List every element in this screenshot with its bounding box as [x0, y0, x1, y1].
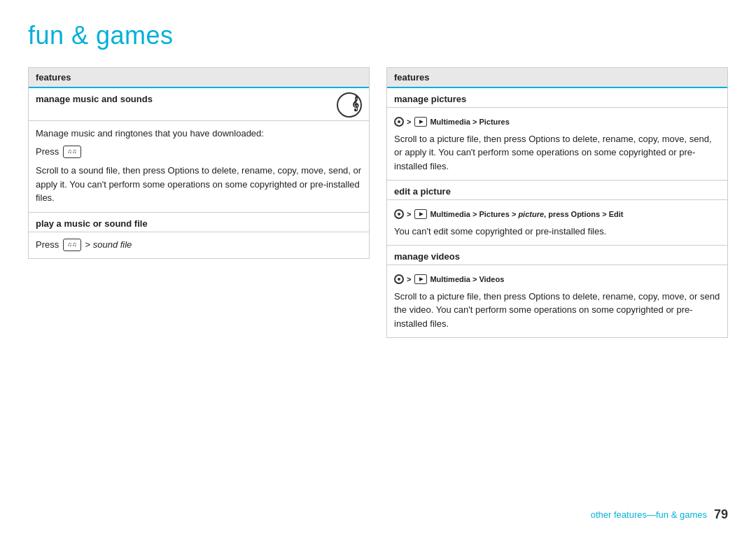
- music-button-icon: ♫♫: [63, 146, 81, 158]
- left-features-header: features: [29, 68, 369, 88]
- manage-pictures-nav: > Multimedia > Pictures: [394, 116, 720, 128]
- music-icon: [337, 92, 362, 118]
- manage-videos-body: > Multimedia > Videos Scroll to a pictur…: [387, 265, 727, 337]
- nav-dot-icon: [394, 117, 404, 127]
- edit-picture-text: You can't edit some copyrighted or pre-i…: [394, 225, 720, 239]
- edit-picture-body: > Multimedia > Pictures > picture, press…: [387, 200, 727, 246]
- right-features-header: features: [387, 68, 727, 88]
- nav-multimedia3: Multimedia > Videos: [430, 274, 504, 285]
- main-content: features manage music and sounds Manage …: [28, 67, 728, 500]
- play-after-text: > sound file: [85, 239, 132, 250]
- play-music-text: Press ♫♫ > sound file: [36, 238, 362, 252]
- page-number: 79: [714, 507, 728, 522]
- footer-link: other features—fun & games: [591, 509, 707, 520]
- manage-videos-nav: > Multimedia > Videos: [394, 274, 720, 285]
- manage-pictures-body: > Multimedia > Pictures Scroll to a pict…: [387, 108, 727, 181]
- manage-pictures-text: Scroll to a picture file, then press Opt…: [394, 132, 720, 174]
- right-features-table: features manage pictures > Multimedia > …: [386, 67, 728, 338]
- manage-videos-header: manage videos: [387, 246, 727, 265]
- edit-picture-nav: > Multimedia > Pictures > picture, press…: [394, 209, 720, 220]
- play-music-header: play a music or sound file: [29, 213, 369, 232]
- manage-pictures-header: manage pictures: [387, 88, 727, 108]
- nav-arrow3: >: [407, 274, 411, 285]
- nav-arrow1: >: [407, 116, 411, 128]
- manage-music-header-row: manage music and sounds: [29, 88, 369, 121]
- nav-dot-icon2: [394, 209, 404, 219]
- manage-music-body: Manage music and ringtones that you have…: [29, 121, 369, 213]
- page-footer: other features—fun & games 79: [28, 500, 728, 522]
- multimedia-icon3: [414, 274, 427, 284]
- manage-videos-text: Scroll to a picture file, then press Opt…: [394, 290, 720, 331]
- nav-multimedia2: Multimedia > Pictures > picture, press O…: [430, 209, 623, 220]
- play-music-body: Press ♫♫ > sound file: [29, 232, 369, 259]
- edit-picture-header: edit a picture: [387, 181, 727, 200]
- nav-arrow2: >: [407, 209, 411, 220]
- left-features-table: features manage music and sounds Manage …: [28, 67, 370, 259]
- multimedia-icon2: [414, 209, 427, 219]
- nav-dot-icon3: [394, 274, 404, 284]
- left-column: features manage music and sounds Manage …: [28, 67, 370, 500]
- nav-multimedia1: Multimedia > Pictures: [430, 116, 509, 128]
- manage-music-title: manage music and sounds: [36, 94, 153, 104]
- right-column: features manage pictures > Multimedia > …: [386, 67, 728, 500]
- press-text: Press: [36, 239, 59, 250]
- press-label: Press ♫♫: [36, 145, 362, 159]
- manage-music-text2: Scroll to a sound file, then press Optio…: [36, 164, 362, 205]
- page-title: fun & games: [28, 21, 728, 50]
- music-button-icon2: ♫♫: [63, 239, 81, 251]
- multimedia-icon1: [414, 117, 427, 127]
- page: fun & games features manage music and so…: [0, 0, 756, 536]
- manage-music-text1: Manage music and ringtones that you have…: [36, 127, 362, 141]
